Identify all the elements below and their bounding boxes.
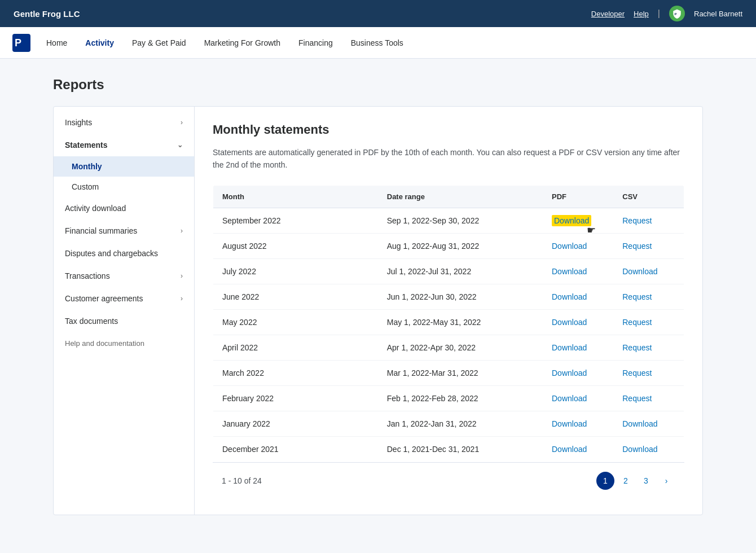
pdf-download-link[interactable]: Download	[552, 215, 591, 226]
topbar: Gentle Frog LLC Developer Help | P Rache…	[0, 0, 756, 27]
table-header-row: Month Date range PDF CSV	[213, 185, 684, 208]
cell-month: August 2022	[213, 233, 378, 258]
cell-csv: Request	[613, 335, 684, 360]
cell-csv: Request	[613, 360, 684, 385]
csv-action-link[interactable]: Request	[622, 368, 652, 378]
csv-action-link[interactable]: Request	[622, 394, 652, 403]
sidebar-item-help-documentation[interactable]: Help and documentation	[54, 332, 194, 354]
cell-month: January 2022	[213, 411, 378, 436]
pdf-download-link[interactable]: Download	[552, 318, 587, 327]
customer-agreements-label: Customer agreements	[65, 294, 143, 303]
cell-date-range: Jul 1, 2022-Jul 31, 2022	[378, 258, 543, 284]
customer-agreements-chevron-icon: ›	[181, 295, 183, 302]
csv-action-link[interactable]: Download	[622, 419, 657, 428]
cell-date-range: Dec 1, 2021-Dec 31, 2021	[378, 436, 543, 462]
nav-activity[interactable]: Activity	[77, 34, 122, 52]
cell-month: July 2022	[213, 258, 378, 284]
topbar-divider: |	[658, 8, 660, 19]
csv-action-link[interactable]: Download	[622, 267, 657, 276]
cell-pdf: Download	[543, 233, 613, 258]
sidebar-item-disputes-chargebacks[interactable]: Disputes and chargebacks	[54, 242, 194, 265]
pdf-download-link[interactable]: Download	[552, 445, 587, 454]
cell-csv: Request	[613, 309, 684, 335]
table-row: September 2022Sep 1, 2022-Sep 30, 2022Do…	[213, 208, 684, 233]
sidebar-subitem-monthly[interactable]: Monthly	[54, 156, 194, 177]
cell-date-range: Apr 1, 2022-Apr 30, 2022	[378, 335, 543, 360]
sidebar-item-tax-documents[interactable]: Tax documents	[54, 310, 194, 332]
paypal-logo[interactable]: P	[11, 33, 32, 53]
page-btn-2[interactable]: 2	[617, 472, 635, 490]
help-link[interactable]: Help	[634, 10, 649, 18]
nav-home[interactable]: Home	[38, 34, 75, 52]
sidebar-item-insights[interactable]: Insights ›	[54, 111, 194, 134]
cell-month: April 2022	[213, 335, 378, 360]
cell-csv: Request	[613, 208, 684, 233]
cell-csv: Request	[613, 233, 684, 258]
nav-business-tools[interactable]: Business Tools	[343, 34, 411, 52]
table-row: March 2022Mar 1, 2022-Mar 31, 2022Downlo…	[213, 360, 684, 385]
avatar: P	[669, 6, 685, 21]
table-row: February 2022Feb 1, 2022-Feb 28, 2022Dow…	[213, 385, 684, 411]
table-row: May 2022May 1, 2022-May 31, 2022Download…	[213, 309, 684, 335]
developer-link[interactable]: Developer	[591, 10, 625, 18]
help-documentation-label: Help and documentation	[65, 339, 144, 348]
custom-label: Custom	[72, 182, 99, 191]
cell-csv: Download	[613, 411, 684, 436]
transactions-chevron-icon: ›	[181, 272, 183, 280]
pdf-download-link[interactable]: Download	[552, 368, 587, 378]
statements-table: Month Date range PDF CSV September 2022S…	[213, 185, 684, 462]
topbar-right: Developer Help | P Rachel Barnett	[591, 6, 742, 21]
pdf-download-link[interactable]: Download	[552, 419, 587, 428]
cell-csv: Download	[613, 436, 684, 462]
insights-chevron-icon: ›	[181, 118, 183, 126]
table-row: July 2022Jul 1, 2022-Jul 31, 2022Downloa…	[213, 258, 684, 284]
cell-pdf: Download	[543, 335, 613, 360]
svg-text:P: P	[15, 37, 21, 49]
financial-summaries-label: Financial summaries	[65, 226, 137, 235]
cell-date-range: Aug 1, 2022-Aug 31, 2022	[378, 233, 543, 258]
pagination-info: 1 - 10 of 24	[222, 476, 262, 485]
nav-marketing[interactable]: Marketing For Growth	[196, 34, 288, 52]
activity-download-label: Activity download	[65, 204, 126, 213]
col-header-csv: CSV	[613, 185, 684, 208]
page-next-icon[interactable]: ›	[657, 472, 675, 490]
sidebar: Insights › Statements ⌄ Monthly Custom A…	[54, 107, 195, 515]
pdf-download-link[interactable]: Download	[552, 394, 587, 403]
sidebar-item-activity-download[interactable]: Activity download	[54, 197, 194, 220]
csv-action-link[interactable]: Download	[622, 445, 657, 454]
nav-financing[interactable]: Financing	[291, 34, 341, 52]
csv-action-link[interactable]: Request	[622, 318, 652, 327]
pdf-download-link[interactable]: Download	[552, 343, 587, 352]
pdf-download-link[interactable]: Download	[552, 292, 587, 301]
csv-action-link[interactable]: Request	[622, 343, 652, 352]
main-layout: Insights › Statements ⌄ Monthly Custom A…	[53, 106, 703, 515]
tax-documents-label: Tax documents	[65, 317, 118, 326]
page-content: Reports Insights › Statements ⌄ Monthly …	[39, 59, 717, 533]
sidebar-item-financial-summaries[interactable]: Financial summaries ›	[54, 220, 194, 242]
pdf-download-link[interactable]: Download	[552, 242, 587, 251]
csv-action-link[interactable]: Request	[622, 242, 652, 251]
page-btn-1[interactable]: 1	[596, 472, 614, 490]
username: Rachel Barnett	[694, 10, 742, 18]
sidebar-item-transactions[interactable]: Transactions ›	[54, 265, 194, 287]
page-btn-3[interactable]: 3	[637, 472, 655, 490]
sidebar-subitem-custom[interactable]: Custom	[54, 177, 194, 197]
cell-pdf: Download	[543, 309, 613, 335]
csv-action-link[interactable]: Request	[622, 292, 652, 301]
navbar: P Home Activity Pay & Get Paid Marketing…	[0, 27, 756, 59]
cell-pdf: Download	[543, 411, 613, 436]
nav-pay-get-paid[interactable]: Pay & Get Paid	[124, 34, 194, 52]
col-header-pdf: PDF	[543, 185, 613, 208]
paypal-shield-icon: P	[672, 8, 682, 19]
cell-month: May 2022	[213, 309, 378, 335]
sidebar-item-customer-agreements[interactable]: Customer agreements ›	[54, 287, 194, 310]
cell-pdf: Download	[543, 385, 613, 411]
table-row: April 2022Apr 1, 2022-Apr 30, 2022Downlo…	[213, 335, 684, 360]
svg-text:P: P	[675, 12, 677, 16]
cell-pdf: Download☛	[543, 208, 613, 233]
sidebar-item-statements[interactable]: Statements ⌄	[54, 134, 194, 156]
pdf-download-link[interactable]: Download	[552, 267, 587, 276]
table-row: June 2022Jun 1, 2022-Jun 30, 2022Downloa…	[213, 284, 684, 309]
csv-action-link[interactable]: Request	[622, 216, 652, 225]
cell-date-range: Mar 1, 2022-Mar 31, 2022	[378, 360, 543, 385]
